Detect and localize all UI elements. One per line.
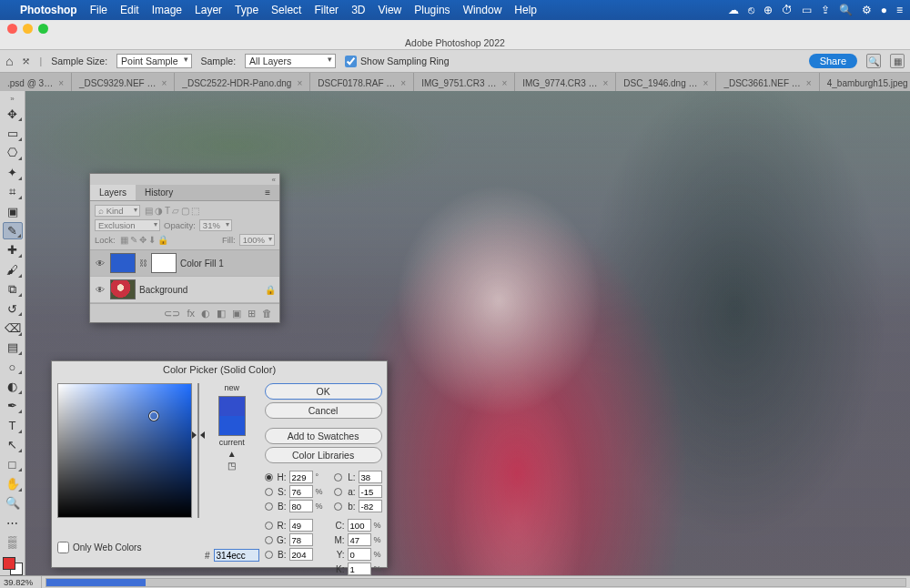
radio-b[interactable] xyxy=(265,502,273,511)
radio-bb[interactable] xyxy=(265,551,273,559)
scrollbar-thumb[interactable] xyxy=(46,579,146,586)
tool-lasso[interactable]: ⎔ xyxy=(3,145,23,161)
workspace-icon[interactable]: ▦ xyxy=(890,54,905,68)
sync-icon[interactable]: ⊕ xyxy=(763,4,773,16)
app-name[interactable]: Photoshop xyxy=(20,4,77,16)
visibility-toggle-icon[interactable]: 👁 xyxy=(94,259,106,269)
close-tab-icon[interactable]: × xyxy=(703,78,709,88)
layer-name-label[interactable]: Background xyxy=(139,285,261,295)
tool-frame[interactable]: ▣ xyxy=(3,203,23,219)
tool-shape[interactable]: □ xyxy=(3,456,23,472)
m-input[interactable] xyxy=(348,533,371,546)
panel-menu-icon[interactable]: ≡ xyxy=(256,185,279,200)
tool-brush[interactable]: 🖌 xyxy=(3,261,23,278)
menu-layer[interactable]: Layer xyxy=(195,4,222,16)
tool-zoom[interactable]: 🔍 xyxy=(3,495,23,512)
layer-row-background[interactable]: 👁 Background 🔒 xyxy=(90,277,279,303)
tool-clone[interactable]: ⧉ xyxy=(3,281,23,298)
tool-preset-icon[interactable]: ⤱ xyxy=(22,56,30,66)
menu-view[interactable]: View xyxy=(378,4,401,16)
cancel-button[interactable]: Cancel xyxy=(265,402,382,419)
color-libraries-button[interactable]: Color Libraries xyxy=(265,447,382,463)
tool-crop[interactable]: ⌗ xyxy=(3,184,23,200)
k-input[interactable] xyxy=(348,563,371,575)
document-tab[interactable]: .psd @ 3…× xyxy=(0,73,72,91)
lock-icons[interactable]: ▦✎✥⬇🔒 xyxy=(119,235,169,245)
layer-thumbnail[interactable] xyxy=(110,279,136,299)
control-center-icon[interactable]: ⚙ xyxy=(862,4,872,16)
fg-color-swatch[interactable] xyxy=(3,557,15,570)
display-icon[interactable]: ▭ xyxy=(802,4,812,16)
tool-blur[interactable]: ○ xyxy=(3,359,23,375)
menu-window[interactable]: Window xyxy=(463,4,502,16)
tool-history-brush[interactable]: ↺ xyxy=(3,300,23,317)
document-tab[interactable]: _DSC9329.NEF …× xyxy=(72,73,175,91)
menu-help[interactable]: Help xyxy=(514,4,537,16)
ok-button[interactable]: OK xyxy=(265,383,382,400)
layer-thumbnail[interactable] xyxy=(110,253,136,273)
menu-image[interactable]: Image xyxy=(152,4,182,16)
gamut-warning-icon[interactable]: ▲ xyxy=(228,449,237,459)
radio-l[interactable] xyxy=(334,473,342,482)
radio-r[interactable] xyxy=(265,522,273,530)
close-tab-icon[interactable]: × xyxy=(58,78,64,88)
shield-icon[interactable]: ⎋ xyxy=(748,4,754,16)
document-tab[interactable]: IMG_9774.CR3 …× xyxy=(515,73,616,91)
tool-quick-select[interactable]: ✦ xyxy=(3,164,23,180)
siri-icon[interactable]: ≡ xyxy=(896,4,903,16)
document-tab[interactable]: IMG_9751.CR3 …× xyxy=(414,73,515,91)
c-input[interactable] xyxy=(348,519,371,532)
only-web-colors-input[interactable] xyxy=(57,542,69,553)
new-layer-icon[interactable]: ⊞ xyxy=(248,308,256,319)
layer-name-label[interactable]: Color Fill 1 xyxy=(180,259,276,269)
menu-edit[interactable]: Edit xyxy=(120,4,139,16)
layer-filter-dropdown[interactable]: ⌕ Kind xyxy=(95,205,140,217)
show-sampling-ring-checkbox[interactable]: Show Sampling Ring xyxy=(345,56,449,67)
home-button[interactable]: ⌂ xyxy=(5,54,13,68)
radio-a[interactable] xyxy=(334,488,342,496)
layers-tab[interactable]: Layers xyxy=(90,185,136,200)
tool-pen[interactable]: ✒ xyxy=(3,398,23,414)
hue-slider-indicator[interactable] xyxy=(194,428,203,435)
tool-healing[interactable]: ✚ xyxy=(3,242,23,259)
panel-collapse-icon[interactable]: « xyxy=(272,176,276,184)
hex-input[interactable] xyxy=(214,549,259,562)
radio-h[interactable] xyxy=(265,473,273,482)
tool-type[interactable]: T xyxy=(3,417,23,433)
websafe-warning-icon[interactable]: ◳ xyxy=(228,461,236,471)
hue-slider[interactable] xyxy=(197,383,199,518)
adjustment-layer-icon[interactable]: ◧ xyxy=(217,308,226,319)
a-input[interactable] xyxy=(359,485,382,498)
close-window-button[interactable] xyxy=(7,24,17,34)
radio-lb[interactable] xyxy=(334,502,342,511)
tool-hand[interactable]: ✋ xyxy=(3,475,23,492)
radio-g[interactable] xyxy=(265,536,273,544)
y-input[interactable] xyxy=(348,548,371,561)
h-input[interactable] xyxy=(289,471,313,483)
tool-move[interactable]: ✥ xyxy=(3,106,23,122)
layer-row-color-fill[interactable]: 👁 ⛓ Color Fill 1 xyxy=(90,250,279,277)
r-input[interactable] xyxy=(289,519,313,532)
mask-icon[interactable]: ◐ xyxy=(201,308,210,319)
fx-icon[interactable]: fx xyxy=(187,308,195,319)
layer-filter-icons[interactable]: ▤◑T▱▢⬚ xyxy=(144,206,200,216)
menu-file[interactable]: File xyxy=(90,4,107,16)
link-icon[interactable]: ⛓ xyxy=(139,259,147,268)
history-tab[interactable]: History xyxy=(136,185,182,200)
l-input[interactable] xyxy=(359,471,382,483)
zoom-field[interactable]: 39.82% xyxy=(2,576,42,588)
status-dot-icon[interactable]: ● xyxy=(881,4,887,16)
tool-more[interactable]: ⋯ xyxy=(3,514,23,531)
document-tab[interactable]: _DSC3661.NEF …× xyxy=(716,73,819,91)
link-layers-icon[interactable]: ⊂⊃ xyxy=(164,308,180,319)
tool-path-select[interactable]: ↖ xyxy=(3,437,23,453)
only-web-colors-checkbox[interactable]: Only Web Colors xyxy=(57,542,192,553)
document-tab[interactable]: DSCF0178.RAF …× xyxy=(310,73,414,91)
tool-edit-toolbar[interactable]: ▒ xyxy=(3,533,23,550)
close-tab-icon[interactable]: × xyxy=(603,78,609,88)
tool-marquee[interactable]: ▭ xyxy=(3,125,23,141)
show-sampling-ring-input[interactable] xyxy=(345,56,357,67)
close-tab-icon[interactable]: × xyxy=(400,78,406,88)
document-tab[interactable]: _DSC2522-HDR-Pano.dng× xyxy=(175,73,310,91)
mask-thumbnail[interactable] xyxy=(151,253,177,273)
